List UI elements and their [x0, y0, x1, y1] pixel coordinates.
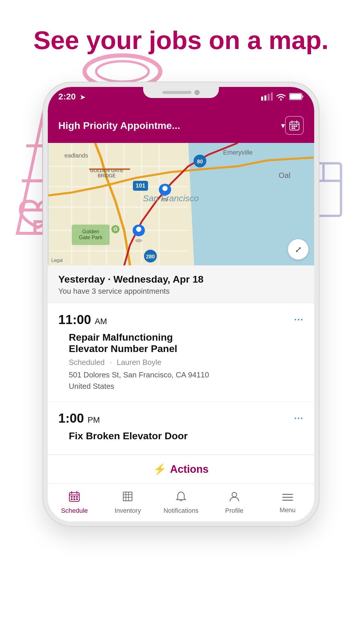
nav-schedule-label: Schedule — [61, 507, 88, 514]
svg-rect-16 — [302, 95, 303, 98]
nav-inventory-label: Inventory — [115, 507, 141, 514]
svg-text:Oal: Oal — [279, 171, 290, 180]
svg-rect-71 — [71, 498, 73, 500]
svg-rect-12 — [264, 95, 266, 101]
svg-point-79 — [232, 492, 237, 497]
svg-point-60 — [135, 239, 142, 242]
svg-rect-73 — [76, 498, 78, 500]
nav-schedule[interactable]: Schedule — [48, 484, 101, 522]
svg-text:Emeryville: Emeryville — [223, 149, 252, 156]
appointment-title: Fix Broken Elevator Door — [58, 430, 304, 442]
svg-text:Gate Park: Gate Park — [79, 235, 103, 240]
svg-rect-14 — [271, 92, 273, 101]
svg-text:♻: ♻ — [113, 226, 118, 232]
appointment-item[interactable]: 11:00 AM ··· Repair MalfunctioningElevat… — [48, 303, 314, 402]
appointment-meta: Scheduled · Lauren Boyle — [58, 358, 304, 367]
svg-text:Golden: Golden — [82, 229, 99, 235]
svg-text:280: 280 — [146, 254, 155, 260]
svg-rect-68 — [71, 496, 73, 498]
map-legal-text: Legal — [51, 258, 63, 263]
date-section: Yesterday · Wednesday, Apr 18 You have 3… — [48, 265, 314, 303]
svg-text:101: 101 — [136, 182, 145, 189]
nav-notifications-label: Notifications — [164, 507, 198, 514]
date-label: Yesterday · Wednesday, Apr 18 — [58, 274, 304, 285]
camera — [194, 90, 200, 95]
svg-point-59 — [162, 186, 168, 191]
actions-button[interactable]: ⚡ Actions — [153, 463, 208, 475]
svg-rect-72 — [73, 498, 75, 500]
svg-point-61 — [136, 227, 141, 232]
nav-inventory[interactable]: Inventory — [101, 484, 154, 522]
schedule-icon — [69, 491, 80, 505]
svg-text:San Francisco: San Francisco — [143, 193, 199, 203]
status-icons — [261, 92, 304, 101]
appointment-item[interactable]: 1:00 PM ··· Fix Broken Elevator Door — [48, 402, 314, 455]
nav-profile[interactable]: Profile — [208, 484, 261, 522]
svg-rect-13 — [268, 94, 270, 101]
appointments-list: 11:00 AM ··· Repair MalfunctioningElevat… — [48, 303, 314, 522]
svg-text:80: 80 — [197, 159, 203, 164]
appointment-title: Repair MalfunctioningElevator Number Pan… — [58, 332, 304, 354]
svg-rect-23 — [294, 125, 295, 127]
svg-rect-11 — [261, 97, 263, 101]
status-bar-area: 2:20 ➤ — [48, 87, 314, 110]
bottom-navigation: Schedule Inventory — [48, 484, 314, 522]
svg-text:BRIDGE: BRIDGE — [98, 173, 115, 178]
svg-text:eadlands: eadlands — [64, 152, 88, 159]
page-bg-title: See your jobs on a map. — [0, 26, 362, 55]
nav-notifications[interactable]: Notifications — [154, 484, 208, 522]
lightning-icon: ⚡ — [153, 463, 166, 475]
header-title: High Priority Appointme... — [58, 120, 277, 131]
profile-icon — [229, 491, 240, 505]
more-options-button[interactable]: ··· — [294, 414, 304, 423]
menu-icon — [282, 492, 293, 504]
notifications-icon — [175, 491, 187, 505]
inventory-icon — [122, 491, 133, 505]
status-time: 2:20 ➤ — [58, 92, 85, 102]
speaker — [162, 91, 191, 94]
appointment-address: 501 Dolores St, San Francisco, CA 94110 … — [58, 369, 304, 392]
more-options-button[interactable]: ··· — [294, 315, 304, 324]
map-view[interactable]: 101 80 280 Golden Gate Park San Francisc… — [48, 143, 314, 265]
svg-rect-17 — [290, 94, 301, 99]
svg-point-58 — [161, 198, 168, 202]
appointment-count: You have 3 service appointments — [58, 287, 304, 296]
svg-marker-30 — [48, 143, 194, 265]
svg-rect-74 — [123, 492, 132, 501]
phone-frame: 2:20 ➤ — [43, 82, 319, 527]
calendar-button[interactable] — [285, 116, 304, 135]
nav-profile-label: Profile — [225, 507, 243, 514]
svg-rect-26 — [294, 127, 295, 129]
svg-rect-70 — [76, 496, 78, 498]
actions-bar[interactable]: ⚡ Actions — [48, 455, 314, 484]
map-expand-button[interactable]: ⤢ — [288, 239, 308, 260]
appointment-time: 1:00 PM — [58, 411, 100, 426]
svg-rect-22 — [291, 125, 293, 127]
appointment-time: 11:00 AM — [58, 312, 107, 327]
nav-menu-label: Menu — [280, 506, 296, 514]
svg-rect-69 — [73, 496, 75, 498]
app-header: High Priority Appointme... ▾ — [48, 110, 314, 143]
nav-menu[interactable]: Menu — [261, 484, 314, 522]
dropdown-icon[interactable]: ▾ — [281, 121, 285, 130]
svg-rect-25 — [291, 127, 293, 129]
phone-notch — [143, 87, 219, 98]
svg-point-1 — [96, 61, 149, 82]
svg-rect-24 — [296, 125, 297, 127]
